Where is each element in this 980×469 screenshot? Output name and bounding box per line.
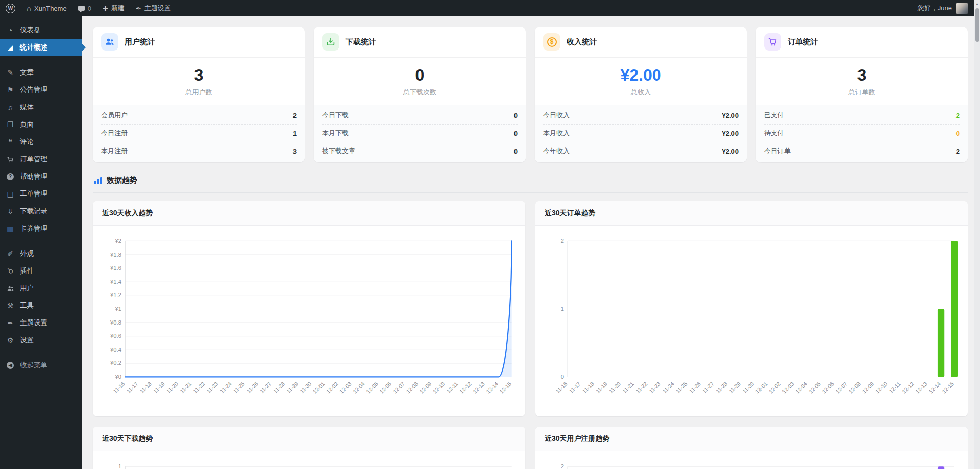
- svg-text:12-03: 12-03: [338, 381, 353, 395]
- sidebar-item-media[interactable]: ♫媒体: [0, 98, 82, 116]
- stat-row-value: ¥2.00: [722, 112, 739, 119]
- svg-text:11-23: 11-23: [648, 381, 662, 394]
- collapse-menu-icon: ◀: [6, 362, 15, 369]
- sidebar-item-tickets[interactable]: ▤工单管理: [0, 185, 82, 203]
- scrollbar-thumb[interactable]: [975, 8, 979, 42]
- stat-row-label: 今日注册: [101, 129, 128, 138]
- svg-text:11-16: 11-16: [554, 381, 568, 394]
- theme-settings-icon: ✒: [6, 319, 15, 327]
- stat-row-label: 待支付: [764, 129, 784, 138]
- svg-text:12-01: 12-01: [311, 381, 326, 395]
- sidebar-item-download-records[interactable]: ⇩下载记录: [0, 203, 82, 220]
- svg-text:1: 1: [118, 463, 121, 469]
- svg-text:2: 2: [561, 238, 564, 244]
- svg-text:12-14: 12-14: [485, 381, 499, 395]
- coin-icon: $: [543, 33, 560, 51]
- sidebar-item-collapse-menu[interactable]: ◀收起菜单: [0, 357, 82, 374]
- site-name-label: XunTheme: [34, 5, 67, 12]
- sidebar-item-label: 工具: [20, 301, 34, 310]
- svg-text:¥1.2: ¥1.2: [110, 292, 121, 299]
- stat-card-total: 0总下载次数: [314, 58, 526, 105]
- stat-row-value: 0: [514, 130, 518, 137]
- svg-text:11-17: 11-17: [568, 381, 581, 394]
- svg-text:11-24: 11-24: [661, 381, 675, 394]
- sidebar-item-plugins[interactable]: ⚲插件: [0, 262, 82, 280]
- chart-body: 21011-1611-1711-1811-1911-2011-2111-2211…: [535, 226, 968, 416]
- sidebar-item-tools[interactable]: ⚒工具: [0, 297, 82, 314]
- brush-icon: ✒: [136, 5, 141, 12]
- scroll-up-arrow[interactable]: ▲: [974, 0, 980, 7]
- svg-text:11-26: 11-26: [688, 381, 701, 394]
- chart-title: 近30天用户注册趋势: [545, 434, 610, 442]
- sidebar-item-label: 页面: [20, 120, 34, 129]
- stat-row: 已支付2: [764, 107, 960, 124]
- svg-text:11-26: 11-26: [245, 381, 259, 394]
- stat-row: 本月注册3: [101, 142, 297, 160]
- sidebar-item-stats-overview[interactable]: ◢统计概述: [0, 39, 82, 56]
- chart-title: 近30天下载趋势: [102, 434, 153, 442]
- sidebar-item-label: 公告管理: [20, 85, 47, 94]
- svg-text:11-28: 11-28: [272, 381, 286, 394]
- download-records-icon: ⇩: [6, 208, 15, 215]
- svg-text:12-06: 12-06: [821, 381, 835, 395]
- sidebar-item-coupons[interactable]: ▥卡券管理: [0, 220, 82, 237]
- sidebar-item-appearance[interactable]: ✐外观: [0, 245, 82, 262]
- svg-text:12-10: 12-10: [432, 381, 446, 395]
- wordpress-logo-menu[interactable]: W: [0, 0, 21, 16]
- svg-text:11-27: 11-27: [701, 381, 715, 394]
- svg-text:¥1.6: ¥1.6: [110, 265, 121, 271]
- stat-row: 今年收入¥2.00: [543, 142, 739, 160]
- new-content-menu[interactable]: ✚ 新建: [97, 0, 130, 16]
- svg-text:11-16: 11-16: [112, 381, 126, 394]
- stat-big-number: ¥2.00: [535, 66, 747, 84]
- svg-text:¥1.4: ¥1.4: [110, 279, 121, 285]
- stat-cards: 用户统计3总用户数会员用户2今日注册1本月注册3下载统计0总下载次数今日下载0本…: [93, 27, 968, 162]
- plugins-icon: ⚲: [6, 267, 15, 275]
- chart-card-income-trend: 近30天收入趋势¥2¥1.8¥1.6¥1.4¥1.2¥1¥0.8¥0.6¥0.4…: [93, 201, 525, 416]
- sidebar-item-label: 帮助管理: [20, 172, 47, 181]
- sidebar-item-dashboard[interactable]: ◔仪表盘: [0, 21, 82, 39]
- sidebar-item-pages[interactable]: ❐页面: [0, 116, 82, 133]
- svg-text:12-15: 12-15: [498, 381, 512, 395]
- scrollbar[interactable]: ▲: [974, 0, 980, 469]
- svg-text:11-22: 11-22: [192, 381, 206, 394]
- theme-settings-label: 主题设置: [144, 4, 171, 13]
- svg-text:11-23: 11-23: [205, 381, 219, 394]
- sidebar-item-label: 工单管理: [20, 189, 47, 199]
- media-icon: ♫: [6, 104, 15, 111]
- cart-icon: [764, 33, 781, 51]
- sidebar-separator: [0, 349, 82, 357]
- svg-text:12-04: 12-04: [352, 381, 366, 395]
- svg-text:12-12: 12-12: [458, 381, 473, 395]
- stat-card-rows: 会员用户2今日注册1本月注册3: [93, 105, 305, 162]
- sidebar-item-orders[interactable]: 订单管理: [0, 151, 82, 168]
- theme-settings-menu[interactable]: ✒ 主题设置: [130, 0, 177, 16]
- svg-text:11-17: 11-17: [125, 381, 139, 394]
- tickets-icon: ▤: [6, 190, 15, 198]
- stat-row-value: 1: [293, 130, 297, 137]
- sidebar-item-posts[interactable]: ✎文章: [0, 64, 82, 81]
- stat-row: 本月收入¥2.00: [543, 124, 739, 142]
- tools-icon: ⚒: [6, 302, 15, 309]
- sidebar-item-comments[interactable]: ❝评论: [0, 133, 82, 151]
- help-icon: ?: [6, 173, 15, 180]
- site-name-menu[interactable]: ⌂ XunTheme: [21, 0, 72, 16]
- stat-row-label: 本月下载: [322, 129, 349, 138]
- sidebar-item-theme-settings[interactable]: ✒主题设置: [0, 314, 82, 332]
- sidebar-item-users[interactable]: 用户: [0, 280, 82, 297]
- user-account-menu[interactable]: 您好，June: [918, 3, 980, 14]
- sidebar-item-label: 主题设置: [20, 318, 47, 328]
- main-content: 用户统计3总用户数会员用户2今日注册1本月注册3下载统计0总下载次数今日下载0本…: [82, 16, 974, 469]
- stat-row: 今日下载0: [322, 107, 518, 124]
- comments-menu[interactable]: 0: [72, 0, 97, 16]
- stat-card-header: $收入统计: [535, 27, 747, 58]
- sidebar-item-announcements[interactable]: ⚑公告管理: [0, 81, 82, 98]
- pages-icon: ❐: [6, 121, 15, 128]
- stat-card-total: 3总用户数: [93, 58, 305, 105]
- svg-text:¥1: ¥1: [114, 306, 121, 312]
- svg-text:12-07: 12-07: [834, 381, 848, 395]
- sidebar-item-settings[interactable]: ⚙设置: [0, 332, 82, 349]
- svg-text:12-11: 12-11: [888, 381, 901, 394]
- sidebar-item-help[interactable]: ?帮助管理: [0, 168, 82, 185]
- svg-text:12-02: 12-02: [325, 381, 339, 395]
